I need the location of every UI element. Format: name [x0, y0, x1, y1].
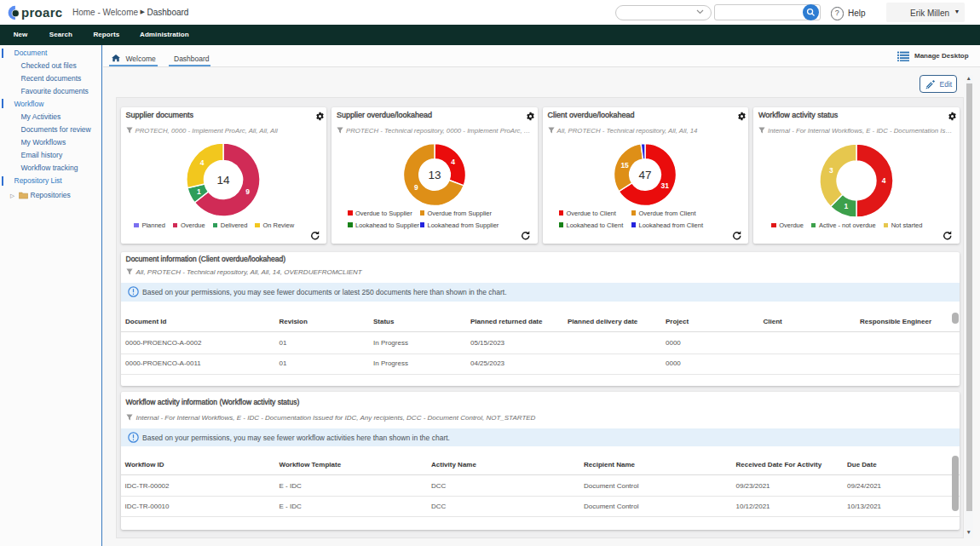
svg-text:31: 31	[660, 181, 669, 189]
svg-text:47: 47	[638, 169, 651, 181]
svg-text:4: 4	[200, 158, 205, 167]
svg-text:14: 14	[216, 173, 230, 186]
svg-text:4: 4	[451, 158, 455, 166]
svg-text:15: 15	[620, 161, 629, 170]
svg-text:3: 3	[829, 165, 833, 174]
svg-text:4: 4	[881, 176, 885, 185]
svg-text:9: 9	[413, 183, 418, 192]
svg-text:13: 13	[428, 169, 441, 181]
svg-text:1: 1	[197, 187, 201, 195]
svg-text:1: 1	[844, 201, 848, 210]
svg-text:9: 9	[245, 187, 250, 195]
